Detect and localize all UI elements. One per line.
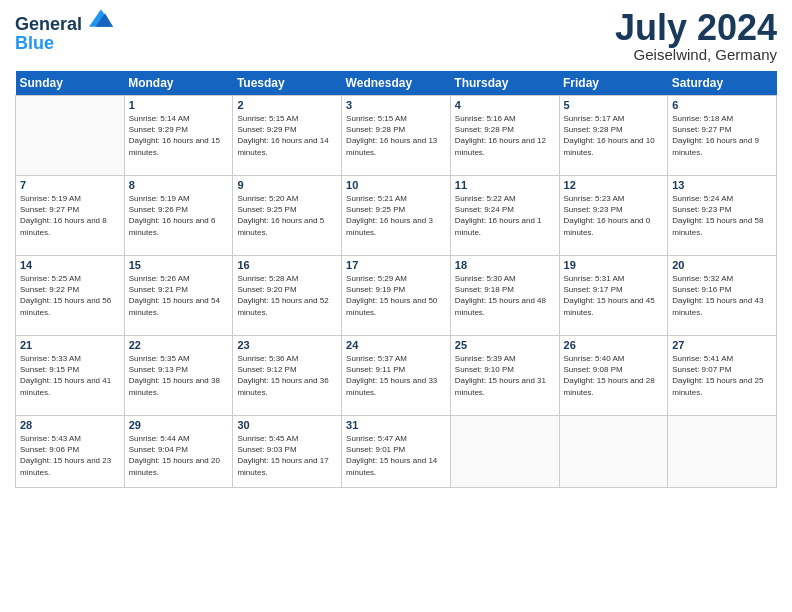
- cell-info: Sunrise: 5:20 AMSunset: 9:25 PMDaylight:…: [237, 193, 337, 238]
- cell-info: Sunrise: 5:33 AMSunset: 9:15 PMDaylight:…: [20, 353, 120, 398]
- calendar-week-5: 28Sunrise: 5:43 AMSunset: 9:06 PMDayligh…: [16, 416, 777, 488]
- calendar-cell: [16, 96, 125, 176]
- day-number: 25: [455, 339, 555, 351]
- calendar-container: General Blue July 2024 Geiselwind, Germa…: [0, 0, 792, 498]
- cell-info: Sunrise: 5:37 AMSunset: 9:11 PMDaylight:…: [346, 353, 446, 398]
- calendar-cell: 27Sunrise: 5:41 AMSunset: 9:07 PMDayligh…: [668, 336, 777, 416]
- day-number: 26: [564, 339, 664, 351]
- cell-info: Sunrise: 5:28 AMSunset: 9:20 PMDaylight:…: [237, 273, 337, 318]
- cell-info: Sunrise: 5:21 AMSunset: 9:25 PMDaylight:…: [346, 193, 446, 238]
- calendar-cell: [559, 416, 668, 488]
- calendar-cell: 30Sunrise: 5:45 AMSunset: 9:03 PMDayligh…: [233, 416, 342, 488]
- cell-info: Sunrise: 5:18 AMSunset: 9:27 PMDaylight:…: [672, 113, 772, 158]
- cell-info: Sunrise: 5:29 AMSunset: 9:19 PMDaylight:…: [346, 273, 446, 318]
- day-number: 4: [455, 99, 555, 111]
- day-number: 16: [237, 259, 337, 271]
- calendar-cell: 6Sunrise: 5:18 AMSunset: 9:27 PMDaylight…: [668, 96, 777, 176]
- cell-info: Sunrise: 5:19 AMSunset: 9:26 PMDaylight:…: [129, 193, 229, 238]
- calendar-cell: 25Sunrise: 5:39 AMSunset: 9:10 PMDayligh…: [450, 336, 559, 416]
- weekday-header-thursday: Thursday: [450, 71, 559, 96]
- calendar-week-2: 7Sunrise: 5:19 AMSunset: 9:27 PMDaylight…: [16, 176, 777, 256]
- header: General Blue July 2024 Geiselwind, Germa…: [15, 10, 777, 63]
- weekday-header-wednesday: Wednesday: [342, 71, 451, 96]
- day-number: 18: [455, 259, 555, 271]
- day-number: 17: [346, 259, 446, 271]
- day-number: 19: [564, 259, 664, 271]
- cell-info: Sunrise: 5:15 AMSunset: 9:29 PMDaylight:…: [237, 113, 337, 158]
- calendar-cell: 20Sunrise: 5:32 AMSunset: 9:16 PMDayligh…: [668, 256, 777, 336]
- calendar-header-row: SundayMondayTuesdayWednesdayThursdayFrid…: [16, 71, 777, 96]
- logo-blue: Blue: [15, 33, 113, 54]
- logo-text: General: [15, 10, 113, 35]
- cell-info: Sunrise: 5:47 AMSunset: 9:01 PMDaylight:…: [346, 433, 446, 478]
- cell-info: Sunrise: 5:36 AMSunset: 9:12 PMDaylight:…: [237, 353, 337, 398]
- day-number: 14: [20, 259, 120, 271]
- calendar-cell: [450, 416, 559, 488]
- cell-info: Sunrise: 5:25 AMSunset: 9:22 PMDaylight:…: [20, 273, 120, 318]
- calendar-cell: 5Sunrise: 5:17 AMSunset: 9:28 PMDaylight…: [559, 96, 668, 176]
- day-number: 10: [346, 179, 446, 191]
- day-number: 23: [237, 339, 337, 351]
- month-title: July 2024: [615, 10, 777, 46]
- calendar-cell: 8Sunrise: 5:19 AMSunset: 9:26 PMDaylight…: [124, 176, 233, 256]
- logo-icon: [89, 8, 113, 28]
- weekday-header-tuesday: Tuesday: [233, 71, 342, 96]
- logo: General Blue: [15, 10, 113, 54]
- day-number: 21: [20, 339, 120, 351]
- calendar-cell: 26Sunrise: 5:40 AMSunset: 9:08 PMDayligh…: [559, 336, 668, 416]
- cell-info: Sunrise: 5:26 AMSunset: 9:21 PMDaylight:…: [129, 273, 229, 318]
- day-number: 13: [672, 179, 772, 191]
- calendar-cell: 21Sunrise: 5:33 AMSunset: 9:15 PMDayligh…: [16, 336, 125, 416]
- calendar-cell: 11Sunrise: 5:22 AMSunset: 9:24 PMDayligh…: [450, 176, 559, 256]
- calendar-cell: 23Sunrise: 5:36 AMSunset: 9:12 PMDayligh…: [233, 336, 342, 416]
- cell-info: Sunrise: 5:19 AMSunset: 9:27 PMDaylight:…: [20, 193, 120, 238]
- cell-info: Sunrise: 5:30 AMSunset: 9:18 PMDaylight:…: [455, 273, 555, 318]
- cell-info: Sunrise: 5:45 AMSunset: 9:03 PMDaylight:…: [237, 433, 337, 478]
- day-number: 6: [672, 99, 772, 111]
- weekday-header-monday: Monday: [124, 71, 233, 96]
- calendar-cell: 18Sunrise: 5:30 AMSunset: 9:18 PMDayligh…: [450, 256, 559, 336]
- day-number: 2: [237, 99, 337, 111]
- cell-info: Sunrise: 5:39 AMSunset: 9:10 PMDaylight:…: [455, 353, 555, 398]
- calendar-cell: 16Sunrise: 5:28 AMSunset: 9:20 PMDayligh…: [233, 256, 342, 336]
- calendar-cell: 4Sunrise: 5:16 AMSunset: 9:28 PMDaylight…: [450, 96, 559, 176]
- calendar-cell: 1Sunrise: 5:14 AMSunset: 9:29 PMDaylight…: [124, 96, 233, 176]
- cell-info: Sunrise: 5:35 AMSunset: 9:13 PMDaylight:…: [129, 353, 229, 398]
- cell-info: Sunrise: 5:40 AMSunset: 9:08 PMDaylight:…: [564, 353, 664, 398]
- calendar-cell: 3Sunrise: 5:15 AMSunset: 9:28 PMDaylight…: [342, 96, 451, 176]
- day-number: 12: [564, 179, 664, 191]
- calendar-cell: 22Sunrise: 5:35 AMSunset: 9:13 PMDayligh…: [124, 336, 233, 416]
- day-number: 1: [129, 99, 229, 111]
- day-number: 20: [672, 259, 772, 271]
- weekday-header-friday: Friday: [559, 71, 668, 96]
- day-number: 29: [129, 419, 229, 431]
- cell-info: Sunrise: 5:15 AMSunset: 9:28 PMDaylight:…: [346, 113, 446, 158]
- cell-info: Sunrise: 5:17 AMSunset: 9:28 PMDaylight:…: [564, 113, 664, 158]
- calendar-cell: 17Sunrise: 5:29 AMSunset: 9:19 PMDayligh…: [342, 256, 451, 336]
- cell-info: Sunrise: 5:16 AMSunset: 9:28 PMDaylight:…: [455, 113, 555, 158]
- calendar-week-3: 14Sunrise: 5:25 AMSunset: 9:22 PMDayligh…: [16, 256, 777, 336]
- calendar-cell: 29Sunrise: 5:44 AMSunset: 9:04 PMDayligh…: [124, 416, 233, 488]
- day-number: 3: [346, 99, 446, 111]
- calendar-week-4: 21Sunrise: 5:33 AMSunset: 9:15 PMDayligh…: [16, 336, 777, 416]
- calendar-cell: 12Sunrise: 5:23 AMSunset: 9:23 PMDayligh…: [559, 176, 668, 256]
- cell-info: Sunrise: 5:41 AMSunset: 9:07 PMDaylight:…: [672, 353, 772, 398]
- title-block: July 2024 Geiselwind, Germany: [615, 10, 777, 63]
- day-number: 24: [346, 339, 446, 351]
- day-number: 11: [455, 179, 555, 191]
- calendar-cell: 9Sunrise: 5:20 AMSunset: 9:25 PMDaylight…: [233, 176, 342, 256]
- calendar-cell: 14Sunrise: 5:25 AMSunset: 9:22 PMDayligh…: [16, 256, 125, 336]
- location: Geiselwind, Germany: [615, 46, 777, 63]
- weekday-header-sunday: Sunday: [16, 71, 125, 96]
- day-number: 30: [237, 419, 337, 431]
- day-number: 15: [129, 259, 229, 271]
- calendar-cell: 10Sunrise: 5:21 AMSunset: 9:25 PMDayligh…: [342, 176, 451, 256]
- weekday-header-saturday: Saturday: [668, 71, 777, 96]
- calendar-cell: [668, 416, 777, 488]
- day-number: 9: [237, 179, 337, 191]
- cell-info: Sunrise: 5:43 AMSunset: 9:06 PMDaylight:…: [20, 433, 120, 478]
- cell-info: Sunrise: 5:32 AMSunset: 9:16 PMDaylight:…: [672, 273, 772, 318]
- calendar-cell: 19Sunrise: 5:31 AMSunset: 9:17 PMDayligh…: [559, 256, 668, 336]
- day-number: 7: [20, 179, 120, 191]
- calendar-cell: 2Sunrise: 5:15 AMSunset: 9:29 PMDaylight…: [233, 96, 342, 176]
